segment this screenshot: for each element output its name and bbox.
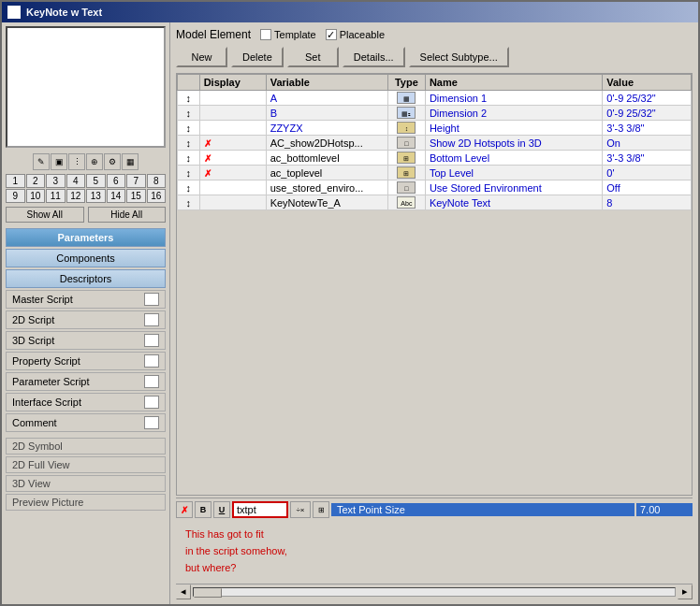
num-11[interactable]: 11 — [46, 189, 66, 203]
master-script-icon — [144, 293, 159, 306]
scrollbar-track — [193, 587, 676, 597]
num-13[interactable]: 13 — [86, 189, 106, 203]
preview-picture-button[interactable]: Preview Picture — [6, 494, 166, 511]
col-arrows — [178, 75, 200, 91]
table-row[interactable]: ↕ B ▦₂ Dimension 2 0'-9 25/32" — [178, 106, 692, 121]
table-row[interactable]: ↕ ✗ AC_show2DHotsp... □ Show 2D Hotspots… — [178, 136, 692, 151]
settings-icon[interactable]: ⚙ — [104, 153, 121, 170]
table-row[interactable]: ↕ A ▦ Dimension 1 0'-9 25/32" — [178, 91, 692, 106]
num-2[interactable]: 2 — [26, 174, 46, 188]
components-button[interactable]: Components — [6, 249, 166, 267]
show-hide-row: Show All Hide All — [6, 207, 166, 223]
3d-script-button[interactable]: 3D Script — [6, 331, 166, 350]
master-script-button[interactable]: Master Script — [6, 290, 166, 309]
num-1[interactable]: 1 — [6, 174, 25, 188]
set-button[interactable]: Set — [287, 47, 339, 67]
num-3[interactable]: 3 — [46, 174, 66, 188]
placeable-label: Placeable — [340, 29, 385, 40]
grid-icon[interactable]: ⊞ — [313, 501, 329, 518]
title-bar: 🗒 KeyNote w Text — [2, 2, 698, 22]
num-12[interactable]: 12 — [66, 189, 86, 203]
selected-value-input[interactable] — [636, 503, 693, 516]
app-icon: 🗒 — [7, 6, 21, 19]
num-6[interactable]: 6 — [107, 174, 126, 188]
placeable-checkbox[interactable]: ✓ — [326, 29, 337, 40]
table-row[interactable]: ↕ ✗ ac_toplevel ⊞ Top Level 0' — [178, 166, 692, 180]
variable-input[interactable] — [232, 501, 288, 518]
edit-icon[interactable]: ✎ — [33, 153, 50, 170]
hide-all-button[interactable]: Hide All — [88, 207, 167, 223]
select-subtype-button[interactable]: Select Subtype... — [409, 47, 509, 67]
scrollbar-thumb[interactable] — [194, 588, 222, 598]
details-button[interactable]: Details... — [343, 47, 405, 67]
num-7[interactable]: 7 — [126, 174, 146, 188]
num-14[interactable]: 14 — [107, 189, 126, 203]
window-title: KeyNote w Text — [26, 7, 102, 18]
parameters-table: Display Variable Type Name Value ↕ A — [176, 73, 693, 496]
template-checkbox[interactable] — [260, 29, 271, 40]
selected-name-label: Text Point Size — [331, 503, 634, 516]
3d-script-icon — [144, 334, 159, 347]
parameter-script-button[interactable]: Parameter Script — [6, 372, 166, 391]
num-9[interactable]: 9 — [6, 189, 25, 203]
number-grid: 1 2 3 4 5 6 7 8 9 10 11 12 13 14 15 16 — [6, 174, 166, 203]
show-all-button[interactable]: Show All — [6, 207, 84, 223]
col-value-header: Value — [603, 75, 692, 91]
num-10[interactable]: 10 — [26, 189, 46, 203]
table-row[interactable]: ↕ ✗ ac_bottomlevel ⊞ Bottom Level 3'-3 3… — [178, 151, 692, 166]
num-4[interactable]: 4 — [66, 174, 86, 188]
num-15[interactable]: 15 — [126, 189, 146, 203]
main-window: 🗒 KeyNote w Text ✎ ▣ ⋮ ⊕ ⚙ ▦ 1 2 3 4 5 — [0, 0, 700, 606]
col-variable-header: Variable — [266, 75, 387, 91]
col-name-header: Name — [425, 75, 602, 91]
right-panel: Model Element Template ✓ Placeable New D… — [170, 22, 698, 604]
property-script-button[interactable]: Property Script — [6, 352, 166, 370]
scroll-left-button[interactable]: ◂ — [176, 584, 191, 599]
interface-script-button[interactable]: Interface Script — [6, 393, 166, 411]
num-8[interactable]: 8 — [147, 174, 167, 188]
new-button[interactable]: New — [176, 47, 227, 67]
horizontal-scrollbar[interactable]: ◂ ▸ — [176, 584, 693, 599]
icon-toolbar: ✎ ▣ ⋮ ⊕ ⚙ ▦ — [6, 153, 166, 170]
copy-icon[interactable]: ▣ — [51, 153, 67, 170]
parameter-script-icon — [144, 375, 159, 388]
2d-script-button[interactable]: 2D Script — [6, 310, 166, 329]
table-row[interactable]: ↕ use_stored_enviro... □ Use Stored Envi… — [178, 180, 692, 195]
table-row[interactable]: ↕ KeyNotewTe_A Abc KeyNote Text 8 — [178, 195, 692, 210]
col-display-header: Display — [199, 75, 266, 91]
num-5[interactable]: 5 — [86, 174, 106, 188]
placeable-checkbox-group: ✓ Placeable — [326, 29, 385, 40]
tree-icon[interactable]: ⋮ — [68, 153, 85, 170]
x-button[interactable]: ✗ — [176, 501, 193, 518]
preview-box — [6, 26, 166, 148]
comment-icon — [144, 416, 159, 429]
annotation-text: This has got to fit in the script someho… — [176, 518, 693, 584]
u-button[interactable]: U — [213, 501, 230, 518]
add-icon[interactable]: ⊕ — [86, 153, 103, 170]
template-checkbox-group: Template — [260, 29, 316, 40]
grid-icon[interactable]: ▦ — [122, 153, 139, 170]
scroll-right-button[interactable]: ▸ — [678, 584, 693, 599]
left-panel: ✎ ▣ ⋮ ⊕ ⚙ ▦ 1 2 3 4 5 6 7 8 9 10 11 12 — [2, 22, 170, 604]
comment-button[interactable]: Comment — [6, 413, 166, 432]
descriptors-button[interactable]: Descriptors — [6, 269, 166, 288]
col-type-header: Type — [387, 75, 425, 91]
table-row[interactable]: ↕ ZZYZX ↕ Height 3'-3 3/8" — [178, 121, 692, 136]
3d-view-button[interactable]: 3D View — [6, 475, 166, 492]
model-element-label: Model Element — [176, 28, 251, 41]
action-bar: New Delete Set Details... Select Subtype… — [176, 47, 693, 67]
b-button[interactable]: B — [195, 501, 211, 518]
2d-full-view-button[interactable]: 2D Full View — [6, 456, 166, 473]
parameters-button[interactable]: Parameters — [6, 228, 166, 247]
delete-button[interactable]: Delete — [231, 47, 284, 67]
template-label: Template — [274, 29, 316, 40]
interface-script-icon — [144, 396, 159, 409]
editor-row: ✗ B U ÷× ⊞ Text Point Size — [176, 498, 693, 518]
num-16[interactable]: 16 — [147, 189, 167, 203]
top-bar: Model Element Template ✓ Placeable — [176, 28, 693, 41]
formula-icon[interactable]: ÷× — [290, 501, 311, 518]
2d-script-icon — [144, 313, 159, 326]
2d-symbol-button[interactable]: 2D Symbol — [6, 438, 166, 454]
property-script-icon — [144, 354, 159, 368]
